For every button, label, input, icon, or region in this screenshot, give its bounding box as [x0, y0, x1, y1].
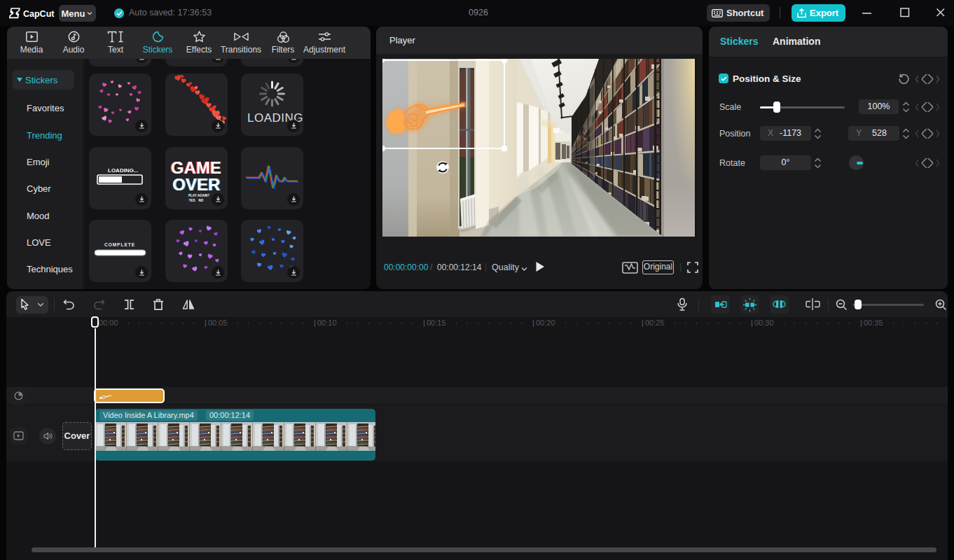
svg-text:LOADING...: LOADING...	[108, 167, 139, 174]
svg-text:OVER: OVER	[172, 175, 220, 194]
svg-text:CapCut: CapCut	[23, 9, 55, 19]
svg-text:YES NO: YES NO	[189, 199, 204, 202]
svg-text:COMPLETE: COMPLETE	[104, 242, 135, 247]
svg-text:PLAY AGAIN?: PLAY AGAIN?	[188, 194, 209, 197]
svg-text:GAME: GAME	[171, 158, 221, 177]
